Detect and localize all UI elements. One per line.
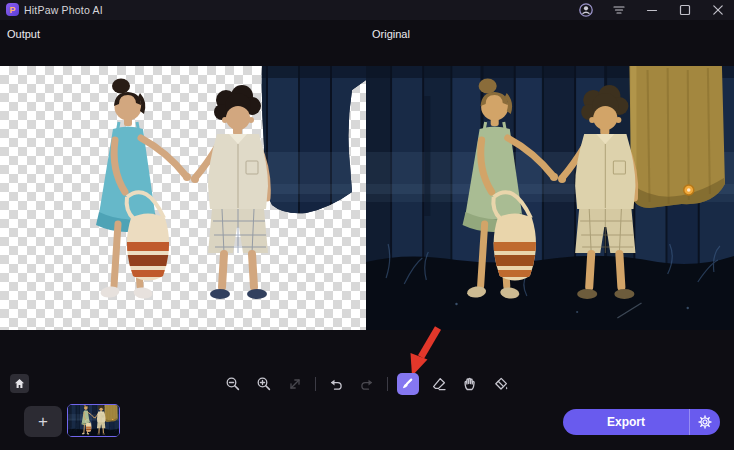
compare-canvas [0, 66, 734, 330]
brush-button[interactable] [397, 373, 419, 395]
redo-button[interactable] [356, 373, 378, 395]
eraser-button[interactable] [428, 373, 450, 395]
original-photo-image [366, 66, 734, 330]
home-button[interactable] [10, 374, 29, 393]
app-title: HitPaw Photo AI [24, 4, 103, 16]
hand-icon [462, 376, 478, 392]
toolbar-divider [315, 377, 316, 391]
image-thumbnail[interactable] [67, 404, 120, 437]
close-button[interactable] [710, 2, 726, 18]
expand-button[interactable] [284, 373, 306, 395]
redo-icon [359, 376, 375, 392]
menu-icon [611, 2, 627, 18]
app-window: P HitPaw Photo AI [0, 0, 734, 450]
export-label: Export [563, 409, 689, 435]
export-button[interactable]: Export [563, 409, 720, 435]
maximize-button[interactable] [677, 2, 693, 18]
original-label: Original [372, 28, 410, 40]
fill-bucket-icon [493, 376, 509, 392]
maximize-icon [677, 2, 693, 18]
hand-button[interactable] [459, 373, 481, 395]
close-icon [710, 2, 726, 18]
logo-letter: P [9, 5, 15, 15]
minimize-button[interactable] [644, 2, 660, 18]
titlebar-controls [578, 0, 726, 20]
home-icon [13, 377, 26, 390]
output-cutout-image [0, 66, 366, 330]
undo-button[interactable] [325, 373, 347, 395]
undo-icon [328, 376, 344, 392]
zoom-in-icon [256, 376, 272, 392]
add-image-button[interactable]: + [24, 406, 62, 437]
zoom-out-icon [225, 376, 241, 392]
export-settings-button[interactable] [689, 409, 720, 435]
original-preview[interactable] [366, 66, 734, 330]
menu-button[interactable] [611, 2, 627, 18]
expand-icon [287, 376, 303, 392]
eraser-icon [431, 376, 447, 392]
account-button[interactable] [578, 2, 594, 18]
tutorial-arrow [403, 326, 445, 378]
zoom-out-button[interactable] [222, 373, 244, 395]
hitpaw-logo-icon: P [6, 3, 19, 16]
gear-icon [698, 415, 712, 429]
output-preview[interactable] [0, 66, 366, 330]
minimize-icon [644, 2, 660, 18]
fill-button[interactable] [490, 373, 512, 395]
window-titlebar: P HitPaw Photo AI [0, 0, 734, 20]
zoom-in-button[interactable] [253, 373, 275, 395]
original-photo-thumbnail [68, 405, 119, 436]
tool-group [222, 373, 512, 395]
plus-icon: + [38, 413, 48, 430]
output-label: Output [7, 28, 40, 40]
account-icon [578, 2, 594, 18]
toolbar-divider [387, 377, 388, 391]
brush-icon [401, 377, 415, 391]
